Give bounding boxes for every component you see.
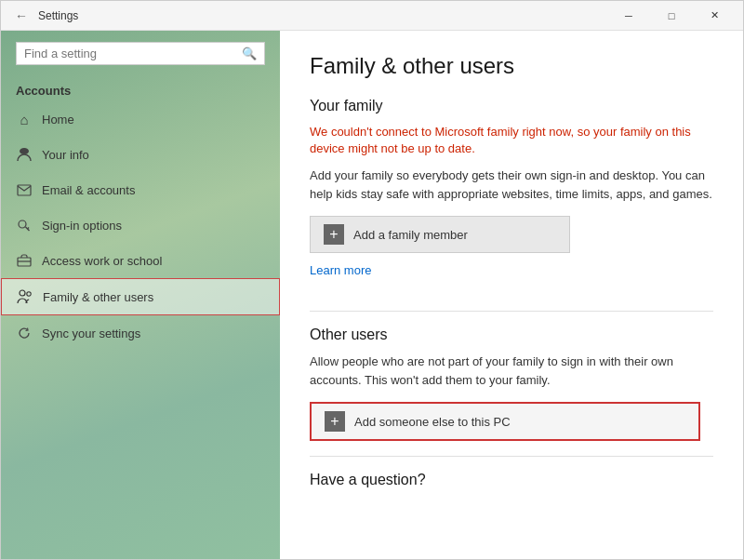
back-button[interactable]: ← (12, 7, 31, 25)
email-icon (16, 181, 33, 198)
other-users-section: Other users Allow people who are not par… (310, 327, 713, 441)
sidebar-item-signin-label: Sign-in options (42, 219, 122, 233)
minimize-button[interactable]: ─ (607, 1, 650, 31)
titlebar-title: Settings (38, 9, 78, 22)
sidebar-section-title: Accounts (1, 76, 280, 101)
main-content: Family & other users Your family We coul… (280, 31, 743, 559)
sidebar-item-sync[interactable]: Sync your settings (1, 315, 280, 351)
learn-more-link[interactable]: Learn more (310, 263, 371, 277)
add-other-user-button[interactable]: + Add someone else to this PC (310, 402, 700, 441)
section-divider-2 (310, 456, 713, 457)
add-family-member-button[interactable]: + Add a family member (310, 216, 570, 253)
other-users-title: Other users (310, 327, 713, 343)
family-error-text: We couldn't connect to Microsoft family … (310, 124, 713, 157)
person-icon (16, 146, 33, 163)
search-box[interactable]: 🔍 (16, 42, 265, 65)
svg-point-6 (27, 292, 31, 296)
key-icon (16, 217, 33, 233)
sidebar-item-home-label: Home (42, 113, 74, 127)
add-other-label: Add someone else to this PC (354, 415, 511, 429)
settings-window: ← Settings ─ □ ✕ 🔍 Accounts ⌂ Home (0, 0, 744, 560)
your-family-section: Your family We couldn't connect to Micro… (310, 98, 713, 296)
search-input[interactable] (24, 47, 236, 60)
close-button[interactable]: ✕ (693, 1, 736, 31)
family-icon (17, 288, 33, 305)
briefcase-icon (16, 252, 33, 269)
svg-point-5 (20, 290, 25, 296)
add-family-label: Add a family member (353, 228, 468, 242)
other-users-desc: Allow people who are not part of your fa… (310, 353, 713, 389)
sidebar: 🔍 Accounts ⌂ Home Your info (1, 31, 280, 559)
search-icon: 🔍 (242, 47, 257, 60)
sidebar-item-signin[interactable]: Sign-in options (1, 207, 280, 243)
section-divider (310, 311, 713, 312)
maximize-button[interactable]: □ (650, 1, 693, 31)
family-desc-text: Add your family so everybody gets their … (310, 167, 713, 203)
home-icon: ⌂ (16, 111, 33, 127)
your-family-title: Your family (310, 98, 713, 114)
content: 🔍 Accounts ⌂ Home Your info (1, 31, 743, 559)
page-title: Family & other users (310, 53, 713, 79)
add-other-icon: + (325, 411, 345, 432)
sidebar-item-sync-label: Sync your settings (42, 327, 140, 340)
sidebar-item-family-label: Family & other users (43, 290, 153, 304)
sidebar-item-work[interactable]: Access work or school (1, 243, 280, 278)
titlebar-controls: ─ □ ✕ (607, 1, 736, 31)
svg-rect-0 (20, 148, 29, 154)
titlebar: ← Settings ─ □ ✕ (1, 1, 743, 31)
have-question-title: Have a question? (310, 472, 713, 488)
add-icon: + (324, 224, 344, 245)
svg-point-2 (19, 220, 26, 228)
sidebar-item-your-info[interactable]: Your info (1, 137, 280, 172)
titlebar-left: ← Settings (12, 7, 78, 25)
sidebar-item-your-info-label: Your info (42, 148, 89, 162)
sidebar-item-email-label: Email & accounts (42, 183, 135, 197)
sidebar-item-work-label: Access work or school (42, 254, 162, 268)
sidebar-item-home[interactable]: ⌂ Home (1, 101, 280, 137)
sync-icon (16, 325, 33, 341)
sidebar-item-email[interactable]: Email & accounts (1, 172, 280, 207)
sidebar-item-family[interactable]: Family & other users (1, 278, 280, 315)
